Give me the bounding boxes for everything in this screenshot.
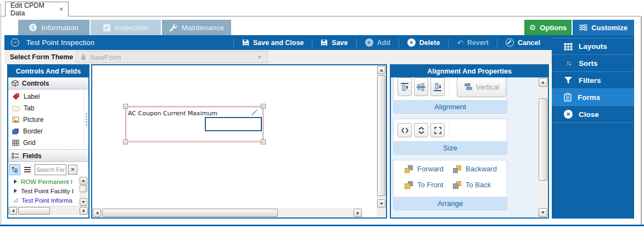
size-both-button[interactable] xyxy=(430,123,445,137)
align-bottom-button[interactable] xyxy=(430,77,445,96)
control-item-tab[interactable]: Tab xyxy=(8,102,88,114)
controls-section-header[interactable]: Controls xyxy=(8,77,88,90)
add-button[interactable]: + Add xyxy=(357,38,399,47)
tree-item[interactable]: Test Point Facility I xyxy=(8,186,77,196)
list-view-toggle[interactable] xyxy=(22,164,33,175)
tree-view-icon xyxy=(12,166,18,173)
list-view-icon xyxy=(24,167,31,172)
scroll-up-icon[interactable] xyxy=(539,78,547,87)
save-button[interactable]: Save xyxy=(312,39,356,47)
canvas-horizontal-scrollbar[interactable] xyxy=(92,208,362,217)
scroll-right-icon[interactable] xyxy=(80,207,88,215)
control-item-grid[interactable]: Grid xyxy=(8,137,88,148)
scroll-down-icon[interactable] xyxy=(377,199,385,208)
backward-button[interactable]: Backward xyxy=(453,165,501,173)
right-panel-title: Alignment And Properties xyxy=(391,65,548,77)
customize-button-label: Customize xyxy=(591,24,628,32)
scroll-up-icon[interactable] xyxy=(377,66,385,74)
controls-list-scrollbar[interactable] xyxy=(84,90,88,149)
align-middle-icon xyxy=(417,82,425,92)
sidebar-item-forms[interactable]: Forms xyxy=(552,89,634,106)
controls-and-fields-panel: Controls And Fields Controls Label Tab xyxy=(7,64,89,219)
size-height-button[interactable] xyxy=(414,123,428,137)
search-fields-input[interactable] xyxy=(35,164,66,175)
record-toolbar: − Test Point Inspection Save and Close S… xyxy=(4,35,552,50)
scroll-left-icon[interactable] xyxy=(93,209,101,217)
cancel-button[interactable]: Cancel xyxy=(497,38,548,47)
tab-inspection[interactable]: ✓ Inspection xyxy=(91,20,161,35)
resize-handle[interactable] xyxy=(261,139,266,144)
collapse-circle-minus-icon[interactable]: − xyxy=(11,38,19,47)
document-tab[interactable]: Edit CPDM Data × xyxy=(5,2,69,16)
forward-button[interactable]: Forward xyxy=(405,165,453,173)
revert-button[interactable]: ↶ Revert xyxy=(449,38,497,47)
properties-vertical-scrollbar[interactable] xyxy=(538,77,548,217)
sidebar-item-layouts[interactable]: Layouts xyxy=(552,38,634,55)
fields-toolbar: ✕ xyxy=(8,162,88,177)
picture-icon xyxy=(12,116,19,123)
save-and-close-button[interactable]: Save and Close xyxy=(234,39,312,47)
canvas-vertical-scrollbar[interactable] xyxy=(377,65,386,217)
controls-list: Label Tab Picture xyxy=(8,90,88,150)
tab-information-label: Information xyxy=(41,24,79,32)
lock-icon xyxy=(81,54,86,60)
resize-handle[interactable] xyxy=(123,104,128,109)
options-button[interactable]: ⚙ Options xyxy=(524,20,572,35)
chevron-down-icon xyxy=(257,56,262,59)
selected-field-control[interactable]: AC Coupon Current Maximum xyxy=(125,106,264,142)
clipboard-icon xyxy=(564,93,572,102)
to-back-button[interactable]: To Back xyxy=(453,181,501,189)
theme-bar: Select Form Theme NewForm xyxy=(4,50,552,64)
scroll-down-icon[interactable] xyxy=(539,208,547,217)
size-width-button[interactable] xyxy=(397,123,412,137)
sidebar-item-filters[interactable]: Filters xyxy=(552,72,634,89)
border-icon xyxy=(12,128,19,135)
scroll-down-icon[interactable] xyxy=(80,198,87,206)
window-border-left xyxy=(1,3,1,225)
delete-button[interactable]: × Delete xyxy=(399,38,449,47)
distribute-vertical-icon xyxy=(464,83,473,91)
fields-section-header[interactable]: Fields xyxy=(8,150,88,162)
form-theme-select[interactable]: NewForm xyxy=(76,51,268,63)
tab-information[interactable]: i Information xyxy=(18,20,89,35)
tree-item[interactable]: Test Point Informa xyxy=(8,196,77,205)
control-item-label[interactable]: Label xyxy=(8,91,88,102)
scroll-right-icon[interactable] xyxy=(354,209,362,217)
tab-maintenance[interactable]: Maintenance xyxy=(162,20,231,35)
distribute-vertical-button[interactable]: Vertical xyxy=(457,77,506,97)
align-bottom-icon xyxy=(433,82,442,92)
left-panel-title: Controls And Fields xyxy=(8,65,88,77)
sidebar-item-close[interactable]: × Close xyxy=(552,106,634,123)
layout-grid-icon xyxy=(564,43,573,51)
customize-button[interactable]: Customize xyxy=(573,20,634,35)
edit-pencil-icon[interactable] xyxy=(250,109,258,117)
sidebar-item-sorts[interactable]: ↑↓ Sorts xyxy=(552,55,634,72)
app-window: Edit CPDM Data × i Information ✓ Inspect… xyxy=(0,0,644,229)
to-front-button[interactable]: To Front xyxy=(405,181,453,189)
arrange-group: Forward Backward To Front xyxy=(393,160,507,210)
checkbox-icon: ✓ xyxy=(103,24,110,31)
funnel-icon xyxy=(564,76,573,84)
control-item-border[interactable]: Border xyxy=(8,125,88,137)
tab-maintenance-label: Maintenance xyxy=(182,24,224,32)
resize-handle[interactable] xyxy=(123,139,128,144)
scroll-up-icon[interactable] xyxy=(80,177,87,185)
align-top-button[interactable] xyxy=(397,77,412,96)
tree-view-toggle[interactable] xyxy=(9,164,20,175)
field-value-input[interactable] xyxy=(205,117,262,131)
form-design-canvas[interactable]: AC Coupon Current Maximum xyxy=(91,64,387,219)
collapsed-arrow-icon xyxy=(13,188,18,193)
tab-close-icon[interactable]: × xyxy=(59,5,63,13)
save-icon xyxy=(242,39,249,46)
clear-search-icon[interactable]: ✕ xyxy=(68,165,77,175)
tree-horizontal-scrollbar[interactable] xyxy=(8,206,88,215)
scroll-left-icon[interactable] xyxy=(9,207,17,215)
align-top-icon xyxy=(400,82,409,92)
tree-item[interactable]: ROW Permanent I xyxy=(8,177,77,186)
control-item-picture[interactable]: Picture xyxy=(8,114,88,125)
tree-vertical-scrollbar[interactable] xyxy=(80,177,88,206)
resize-handle[interactable] xyxy=(261,104,266,109)
size-group-label: Size xyxy=(394,141,507,154)
alignment-properties-panel: Alignment And Properties xyxy=(390,64,549,219)
align-middle-button[interactable] xyxy=(414,77,428,96)
